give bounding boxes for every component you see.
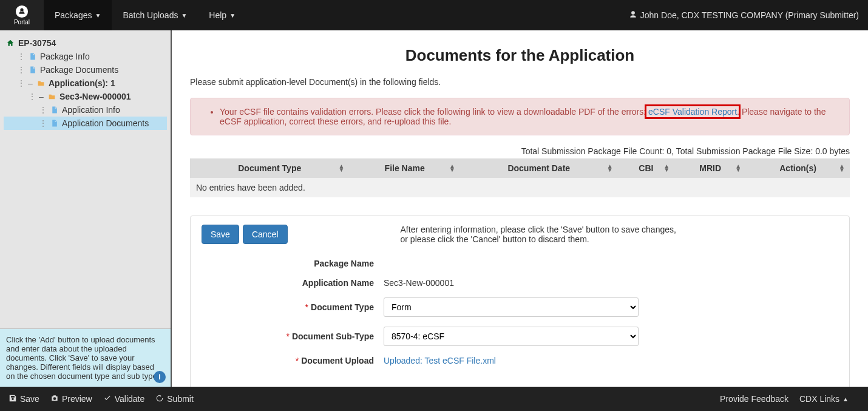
tree-connector-icon: ⋮ [38,106,49,114]
tree-app-sec3[interactable]: ⋮–Sec3-New-000001 [4,90,167,103]
tree-app-documents[interactable]: ⋮Application Documents [4,117,167,130]
help-box: Click the 'Add' button to upload documen… [0,328,171,387]
tree-connector-icon: ⋮ [27,92,38,101]
panel-note: After entering information, please click… [401,225,680,244]
package-name-label: Package Name [202,259,384,268]
caret-up-icon: ▲ [843,396,849,403]
tree-connector-icon: ⋮ [16,79,27,87]
caret-down-icon: ▼ [181,12,187,19]
file-icon [27,52,38,61]
footer-bar: Save Preview Validate Submit Provide Fee… [0,387,868,411]
nav-packages[interactable]: Packages ▼ [44,0,112,30]
tree-connector-icon: ⋮ [16,66,27,74]
portal-logo-icon [15,5,29,18]
tree-root[interactable]: EP-30754 [4,36,167,50]
table-header[interactable]: Action(s)▲▼ [746,158,850,178]
tree-label: Package Info [40,52,90,61]
tree-connector-icon: ⋮ [16,52,27,61]
tree-label: Sec3-New-000001 [59,92,131,101]
intro-text: Please submit application-level Document… [190,77,850,87]
table-empty-message: No entries have been added. [190,178,850,197]
user-info[interactable]: John Doe, CDX TESTING COMPANY (Primary S… [620,10,868,21]
page-title: Documents for the Application [190,46,850,65]
sort-icon: ▲▼ [663,165,670,172]
cancel-button[interactable]: Cancel [243,225,288,244]
footer-submit[interactable]: Submit [155,394,194,404]
footer-feedback[interactable]: Provide Feedback [720,394,788,404]
save-button[interactable]: Save [202,225,239,244]
info-icon[interactable]: i [154,371,166,383]
footer-preview[interactable]: Preview [50,394,92,404]
sidebar: EP-30754⋮Package Info⋮Package Documents⋮… [0,30,172,387]
table-header[interactable]: CBI▲▼ [618,158,674,178]
top-nav: Portal Packages ▼ Batch Uploads ▼ Help ▼… [0,0,868,30]
document-upload-label: Document Upload [301,356,374,365]
file-icon [49,106,59,114]
submission-totals: Total Submission Package File Count: 0, … [190,146,850,156]
document-form-panel: Save Cancel After entering information, … [190,216,850,387]
documents-table: Document Type▲▼File Name▲▼Document Date▲… [190,158,850,197]
application-name-label: Application Name [202,278,384,288]
user-name: John Doe, CDX TESTING COMPANY (Primary S… [640,10,859,20]
user-icon [629,10,637,21]
tree-applications[interactable]: ⋮–Application(s): 1 [4,76,167,90]
ecsf-validation-report-link[interactable]: eCSF Validation Report [648,107,737,117]
footer-cdx-links[interactable]: CDX Links ▲ [799,394,849,404]
footer-validate[interactable]: Validate [103,394,145,404]
table-header[interactable]: Document Type▲▼ [190,158,350,178]
tree-package-documents[interactable]: ⋮Package Documents [4,63,167,76]
check-icon [103,394,112,404]
table-header[interactable]: MRID▲▼ [674,158,746,178]
tree-label: Application(s): 1 [49,78,115,88]
alert-prefix: Your eCSF file contains validation error… [220,107,648,117]
tree-label: Package Documents [40,65,118,75]
nav-batch-uploads-label: Batch Uploads [123,10,178,20]
nav-help[interactable]: Help ▼ [198,0,246,30]
submit-icon [155,394,164,404]
sort-icon: ▲▼ [607,165,613,172]
nav-packages-label: Packages [55,10,92,20]
folder-icon [35,80,46,87]
tree-label: Application Info [62,105,120,115]
camera-icon [50,394,59,404]
tree-connector-icon: ⋮ [38,119,49,127]
document-type-label: Document Type [311,302,374,312]
nav-batch-uploads[interactable]: Batch Uploads ▼ [112,0,198,30]
nav-help-label: Help [209,10,226,20]
caret-down-icon: ▼ [229,12,236,19]
tree-app-info[interactable]: ⋮Application Info [4,103,167,117]
help-text: Click the 'Add' button to upload documen… [6,335,159,381]
table-header[interactable]: Document Date▲▼ [460,158,618,178]
portal-logo[interactable]: Portal [0,0,44,30]
main-content: Documents for the Application Please sub… [172,30,868,387]
sort-icon: ▲▼ [449,165,455,172]
portal-logo-text: Portal [14,19,30,25]
caret-down-icon: ▼ [95,12,101,19]
home-icon [5,39,16,47]
validation-error-alert: Your eCSF file contains validation error… [190,98,850,135]
sort-icon: ▲▼ [839,165,845,172]
tree-label: EP-30754 [18,38,56,48]
file-icon [49,119,59,127]
document-type-select[interactable]: Form [384,297,639,317]
table-header[interactable]: File Name▲▼ [350,158,460,178]
tree-toggle-icon[interactable]: – [38,92,45,101]
tree-label: Application Documents [62,118,149,128]
sort-icon: ▲▼ [735,165,741,172]
nav-tree: EP-30754⋮Package Info⋮Package Documents⋮… [0,30,171,136]
tree-package-info[interactable]: ⋮Package Info [4,50,167,63]
tree-toggle-icon[interactable]: – [27,78,34,88]
document-subtype-label: Document Sub-Type [292,331,374,341]
file-icon [27,66,38,74]
document-subtype-select[interactable]: 8570-4: eCSF [384,327,639,346]
application-name-value: Sec3-New-000001 [384,278,838,288]
folder-icon [46,93,57,101]
uploaded-file-link[interactable]: Uploaded: Test eCSF File.xml [384,356,496,365]
save-icon [8,394,17,404]
footer-save[interactable]: Save [8,394,39,404]
sort-icon: ▲▼ [339,165,345,172]
